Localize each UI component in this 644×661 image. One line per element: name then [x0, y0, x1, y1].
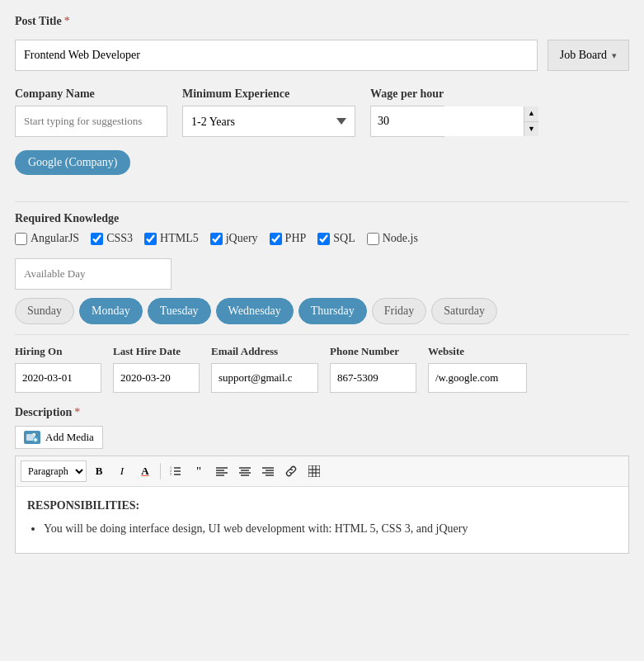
checkbox-jquery[interactable]: jQuery	[210, 232, 258, 245]
description-label: Description	[15, 406, 72, 418]
checkbox-html5[interactable]: HTML5	[144, 232, 199, 245]
checkboxes-row: AngularJS CSS3 HTML5 jQuery PHP SQL	[15, 232, 629, 245]
php-checkbox[interactable]	[270, 233, 282, 245]
angularjs-checkbox[interactable]	[15, 233, 27, 245]
day-tuesday[interactable]: Tuesday	[148, 298, 211, 324]
add-media-icon	[24, 431, 40, 444]
table-button[interactable]	[303, 460, 325, 482]
wage-field: ▲ ▼	[370, 106, 444, 137]
toolbar-divider1	[160, 463, 161, 479]
nodejs-checkbox[interactable]	[367, 233, 379, 245]
day-monday[interactable]: Monday	[79, 298, 143, 324]
link-button[interactable]	[280, 460, 302, 482]
days-row: Sunday Monday Tuesday Wednesday Thursday…	[15, 298, 629, 324]
min-experience-label: Minimum Experience	[182, 87, 355, 101]
chevron-down-icon: ▾	[612, 50, 617, 61]
day-sunday[interactable]: Sunday	[15, 298, 74, 324]
sql-checkbox[interactable]	[317, 233, 330, 245]
available-day-input[interactable]	[15, 258, 172, 290]
min-experience-select[interactable]: Less than 1 Year 1-2 Years 3-5 Years 5+ …	[182, 106, 355, 137]
ordered-list-button[interactable]: 123	[165, 460, 186, 482]
email-label: Email Address	[211, 345, 318, 358]
checkbox-nodejs[interactable]: Node.js	[367, 232, 418, 245]
editor-toolbar: Paragraph Heading 1 Heading 2 B I A 123 …	[16, 456, 628, 487]
jquery-checkbox[interactable]	[210, 233, 223, 245]
company-name-label: Company Name	[15, 87, 167, 101]
day-wednesday[interactable]: Wednesday	[216, 298, 294, 324]
required-knowledge-label: Required Knowledge	[15, 212, 119, 225]
paragraph-select[interactable]: Paragraph Heading 1 Heading 2	[21, 460, 87, 482]
editor-body-line: You will be doing interface design, UI w…	[44, 520, 617, 538]
divider2	[15, 334, 629, 335]
svg-text:3: 3	[170, 472, 172, 476]
description-required: *	[74, 406, 80, 418]
blockquote-button[interactable]: "	[188, 460, 209, 482]
day-thursday[interactable]: Thursday	[298, 298, 367, 324]
italic-button[interactable]: I	[111, 460, 133, 482]
post-title-input[interactable]	[15, 40, 538, 71]
hiring-on-label: Hiring On	[15, 345, 101, 358]
website-label: Website	[428, 345, 527, 358]
phone-input[interactable]	[330, 363, 416, 393]
wage-down-button[interactable]: ▼	[524, 122, 538, 137]
wage-up-button[interactable]: ▲	[524, 106, 538, 122]
wage-spinners: ▲ ▼	[524, 106, 538, 136]
checkbox-angularjs[interactable]: AngularJS	[15, 232, 79, 245]
bold-button[interactable]: B	[88, 460, 110, 482]
email-input[interactable]	[211, 363, 318, 393]
job-board-button[interactable]: Job Board ▾	[548, 40, 629, 71]
svg-rect-23	[308, 465, 320, 477]
checkbox-css3[interactable]: CSS3	[91, 232, 133, 245]
align-right-button[interactable]	[257, 460, 279, 482]
add-media-button[interactable]: Add Media	[15, 426, 103, 449]
checkbox-php[interactable]: PHP	[270, 232, 307, 245]
post-title-required: *	[64, 15, 70, 27]
align-left-button[interactable]	[211, 460, 233, 482]
company-name-input[interactable]	[15, 106, 167, 137]
company-tag-button[interactable]: Google (Company)	[15, 150, 130, 175]
last-hire-input[interactable]	[113, 363, 200, 393]
day-friday[interactable]: Friday	[372, 298, 427, 324]
editor-heading: RESPONSIBILITIES:	[27, 497, 617, 515]
phone-label: Phone Number	[330, 345, 416, 358]
editor-content[interactable]: RESPONSIBILITIES: You will be doing inte…	[16, 487, 628, 553]
post-title-label: Post Title	[15, 15, 62, 28]
divider	[15, 201, 629, 202]
last-hire-label: Last Hire Date	[113, 345, 200, 358]
align-center-button[interactable]	[234, 460, 256, 482]
day-saturday[interactable]: Saturday	[431, 298, 497, 324]
job-board-label: Job Board	[560, 49, 607, 62]
website-input[interactable]	[428, 363, 527, 393]
color-button[interactable]: A	[134, 460, 156, 482]
wage-input[interactable]	[371, 106, 524, 136]
hiring-on-input[interactable]	[15, 363, 101, 393]
wage-label: Wage per hour	[370, 87, 444, 101]
checkbox-sql[interactable]: SQL	[317, 232, 355, 245]
add-media-label: Add Media	[45, 431, 94, 444]
html5-checkbox[interactable]	[144, 233, 157, 245]
hiring-row: Hiring On Last Hire Date Email Address P…	[15, 345, 629, 393]
css3-checkbox[interactable]	[91, 233, 103, 245]
editor-wrapper: Paragraph Heading 1 Heading 2 B I A 123 …	[15, 456, 629, 554]
